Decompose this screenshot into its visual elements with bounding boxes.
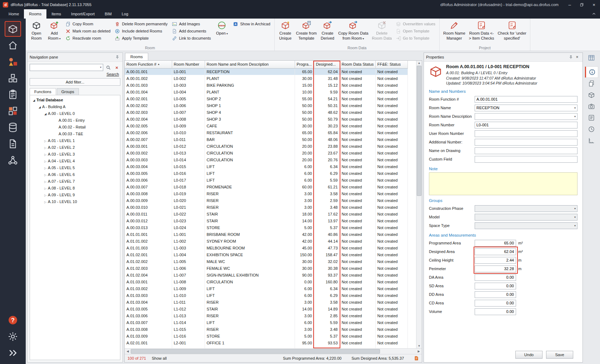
measurements-tab[interactable] [585, 135, 598, 146]
sidebar-items[interactable] [5, 54, 21, 70]
table-row[interactable]: A.00.01.004 L0-004 PLANT 10.00 9.59 Not … [125, 89, 408, 95]
tree-node-trial-database[interactable]: Trial Database [30, 96, 120, 103]
create-unique-button[interactable]: Create Unique▾ [276, 19, 294, 42]
info-tab[interactable] [585, 67, 598, 77]
table-row[interactable]: A.00.03.012 L0-023 STAIR 14.00 13.97 Not… [125, 217, 408, 224]
table-row[interactable]: A.00.03.010 L0-021 RISER 3.00 3.48 Not c… [125, 204, 408, 211]
include-deleted-rooms-button[interactable]: Include deleted Rooms [115, 27, 162, 35]
show-all-button[interactable]: Show all [152, 356, 167, 360]
apply-template-button[interactable]: Apply Template [115, 35, 149, 42]
clear-search-button[interactable]: × [113, 64, 120, 71]
area-input[interactable] [475, 308, 516, 315]
table-row[interactable]: A.01.03.003 L1-010 LIFT 6.00 6.29 Not cr… [125, 292, 408, 299]
table-row[interactable]: A.00.03.007 L0-018 PROMENADE 60.00 61.21… [125, 183, 408, 190]
expander-icon[interactable] [43, 152, 48, 156]
sidebar-expand[interactable] [5, 345, 21, 361]
expander-icon[interactable] [43, 179, 48, 183]
show-in-archicad-button[interactable]: A Show in Archicad [233, 20, 270, 27]
scroll-up-arrow[interactable]: ▲ [418, 61, 421, 65]
field-input[interactable] [475, 147, 578, 154]
search-button[interactable] [105, 64, 112, 71]
expander-icon[interactable] [43, 138, 48, 143]
scroll-right-arrow[interactable]: ▶ [416, 350, 421, 353]
nav-tab-groups[interactable]: Groups [57, 88, 79, 95]
field-input[interactable] [475, 105, 578, 111]
pin-button[interactable] [568, 54, 574, 60]
table-row[interactable]: A.00.03.005 L0-016 LIFT 6.00 6.29 Not cr… [125, 170, 408, 177]
go-to-template-button[interactable]: Go to Template [396, 35, 429, 42]
table-row[interactable]: A.01.03.008 L1-015 RISER 3.00 3.48 Not c… [125, 326, 408, 333]
tab-bim[interactable]: BIM [100, 9, 117, 19]
table-row[interactable]: A.00.03.009 L0-020 RISER 3.00 2.59 Not c… [125, 197, 408, 204]
tree-node-a03-level-3[interactable]: A.03 - LEVEL 3 [30, 151, 120, 157]
table-row[interactable]: A.01.03.001 L1-008 CIRCULATION 0.00 160.… [125, 278, 408, 285]
tree-node-a04-level-4[interactable]: A.04 - LEVEL 4 [30, 157, 120, 164]
tree-node-a00-level-0[interactable]: A.00 - LEVEL 0 [30, 110, 120, 117]
tab-import-export[interactable]: Import/Export [66, 9, 100, 19]
table-row[interactable]: A.01.03.002 L1-009 LIFT 6.00 6.34 Not cr… [125, 285, 408, 292]
expander-icon[interactable] [43, 166, 48, 170]
expander-icon[interactable] [43, 193, 48, 197]
pin-button[interactable] [114, 54, 120, 60]
delete-room-data-button[interactable]: Delete Room Data▾ [370, 19, 394, 42]
sidebar-reports[interactable] [5, 136, 21, 152]
table-row[interactable]: A.02.01.002 L2-002 OFFICE 2 [125, 346, 408, 348]
table-row[interactable]: A.01.03.007 L1-014 LIFT 6.00 5.59 Not cr… [125, 319, 408, 326]
tree-node-a08-level-8[interactable]: A.08 - LEVEL 8 [30, 184, 120, 191]
expander-icon[interactable] [43, 159, 48, 163]
add-documents-button[interactable]: Add documents [172, 27, 206, 35]
search-link[interactable]: Search [106, 72, 119, 76]
documents-tab[interactable] [585, 78, 598, 89]
area-input[interactable] [475, 291, 516, 298]
add-room-button[interactable]: Add Room▾ [45, 19, 63, 42]
report-button[interactable] [414, 355, 419, 361]
open-room-button[interactable]: Open Room▾ [28, 19, 45, 42]
table-row[interactable]: A.01.02.004 L1-007 SIGN-IN/SMALL EXHIBIT… [125, 272, 408, 278]
col-room-function[interactable]: Room Function #▲ [125, 61, 172, 68]
tree-node-a05-level-5[interactable]: A.05 - LEVEL 5 [30, 164, 120, 171]
table-row[interactable]: A.00.03.002 L0-013 CIRCULATION 20.00 23.… [125, 150, 408, 156]
table-row[interactable]: A.00.01.001 L0-001 RECEPTION 65.00 62.04… [125, 68, 408, 75]
rooms-doc-tab[interactable]: Rooms [125, 53, 148, 60]
tree-node-a10-level-10[interactable]: A.10 - LEVEL 10 [30, 198, 120, 205]
table-row[interactable]: A.01.01.001 L1-001 BRISBANE ROOM 42.00 4… [125, 231, 408, 238]
table-row[interactable]: A.01.01.002 L1-002 SYDNEY ROOM 42.00 44.… [125, 238, 408, 244]
tab-items[interactable]: Items [46, 9, 66, 19]
sidebar-buildings[interactable] [5, 37, 21, 53]
area-input[interactable] [475, 274, 516, 281]
table-row[interactable]: A.01.02.003 L1-006 FEMALE WC 30.00 30.38… [125, 265, 408, 272]
table-row[interactable]: A.00.03.013 L0-024 STORE 5.00 5.37 Not c… [125, 224, 408, 231]
add-filter-button[interactable]: Add filter... [30, 78, 120, 86]
col-designed-area[interactable]: Designed...▲ [314, 61, 340, 68]
table-row[interactable]: A.00.03.011 L0-022 STAIR 18.00 17.62 Not… [125, 211, 408, 217]
note-input[interactable] [429, 172, 578, 195]
tab-home[interactable]: Home [4, 9, 24, 19]
expander-icon[interactable] [43, 111, 48, 116]
expander-icon[interactable] [43, 145, 48, 150]
table-row[interactable]: A.00.02.006 L0-010 RESTAURANT 65.00 65.8… [125, 129, 408, 136]
field-input[interactable] [475, 122, 578, 128]
tree-node-a07-level-7[interactable]: A.07 - LEVEL 7 [30, 178, 120, 184]
tree-node-a06-level-6[interactable]: A.06 - LEVEL 6 [30, 171, 120, 178]
tree-node-a00-03-te[interactable]: A.00.03 - T&E [30, 130, 120, 137]
close-button[interactable]: × [588, 0, 600, 9]
expander-icon[interactable] [43, 172, 48, 177]
search-input[interactable] [30, 64, 103, 71]
history-tab[interactable] [585, 124, 598, 135]
table-row[interactable]: A.01.03.005 L1-012 STAIR 14.00 14.89 Not… [125, 305, 408, 312]
table-row[interactable]: A.00.03.003 L0-014 CIRCULATION 20.00 20.… [125, 156, 408, 163]
area-input[interactable] [475, 300, 516, 307]
table-row[interactable]: A.00.03.001 L0-012 CIRCULATION 20.00 23.… [125, 143, 408, 150]
field-input[interactable] [475, 222, 578, 229]
room-name-manager-button[interactable]: Room Name Manager▾ [441, 19, 467, 42]
area-input[interactable] [475, 248, 516, 255]
undo-button[interactable]: Undo [515, 351, 542, 359]
data-tab[interactable] [585, 112, 598, 123]
area-input[interactable] [475, 257, 516, 264]
table-row[interactable]: A.00.02.004 L0-008 SHOP 3 50.00 50.79 No… [125, 116, 408, 122]
table-row[interactable]: A.00.03.008 L0-019 RISER 3.00 3.58 Not c… [125, 190, 408, 197]
table-row[interactable]: A.00.03.004 L0-015 LIFT 6.00 6.34 Not cr… [125, 163, 408, 170]
mark-room-as-deleted-button[interactable]: Mark room as deleted [65, 27, 110, 35]
expander-icon[interactable] [37, 105, 42, 109]
reactivate-room-button[interactable]: Reactivate room [65, 35, 101, 42]
